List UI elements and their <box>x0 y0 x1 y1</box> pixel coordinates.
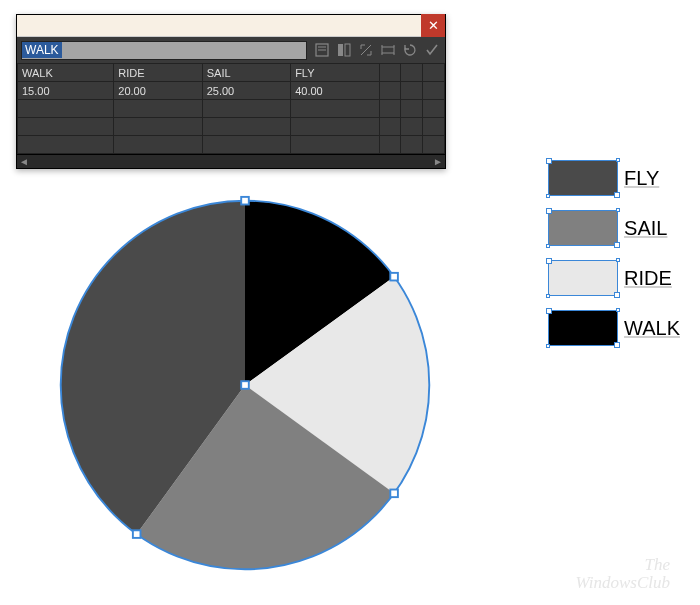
transpose-icon[interactable] <box>335 41 353 59</box>
close-icon[interactable]: ✕ <box>421 14 445 37</box>
legend-label: WALK <box>624 317 680 340</box>
grid-cell[interactable] <box>401 82 423 100</box>
scroll-left-icon[interactable]: ◄ <box>17 155 31 169</box>
legend-item-walk[interactable]: WALK <box>548 310 680 346</box>
swatch-sail <box>548 210 618 246</box>
swatch-walk <box>548 310 618 346</box>
pie-chart[interactable] <box>55 195 435 575</box>
grid-header[interactable] <box>401 64 423 82</box>
panel-titlebar[interactable]: ✕ <box>17 15 445 37</box>
grid-row: 15.00 20.00 25.00 40.00 <box>18 82 445 100</box>
grid-cell[interactable]: 20.00 <box>114 82 202 100</box>
legend-label: RIDE <box>624 267 672 290</box>
grid-header[interactable] <box>423 64 445 82</box>
grid-row <box>18 100 445 118</box>
entry-input[interactable]: WALK <box>21 41 307 60</box>
grid-cell[interactable]: 25.00 <box>202 82 290 100</box>
panel-toolbar: WALK <box>17 37 445 63</box>
grid-header[interactable]: WALK <box>18 64 114 82</box>
grid-header[interactable] <box>379 64 401 82</box>
grid-header[interactable]: SAIL <box>202 64 290 82</box>
grid-header-row: WALK RIDE SAIL FLY <box>18 64 445 82</box>
legend: FLY SAIL RIDE WALK <box>548 160 680 346</box>
legend-item-ride[interactable]: RIDE <box>548 260 680 296</box>
grid-cell[interactable] <box>423 82 445 100</box>
selection-handle[interactable] <box>241 381 249 389</box>
pie-svg <box>55 195 435 575</box>
selection-handle[interactable] <box>390 273 398 281</box>
grid-cell[interactable] <box>379 82 401 100</box>
graph-data-panel: ✕ WALK WALK RIDE SAIL FLY 15.00 20.00 25… <box>16 14 446 169</box>
horizontal-scrollbar[interactable]: ◄ ► <box>17 154 445 168</box>
revert-icon[interactable] <box>401 41 419 59</box>
watermark: The WindowsClub <box>576 556 670 593</box>
selection-handle[interactable] <box>390 490 398 498</box>
swatch-ride <box>548 260 618 296</box>
legend-item-sail[interactable]: SAIL <box>548 210 680 246</box>
scroll-right-icon[interactable]: ► <box>431 155 445 169</box>
grid-header[interactable]: RIDE <box>114 64 202 82</box>
grid-cell[interactable]: 40.00 <box>291 82 379 100</box>
entry-value: WALK <box>22 42 62 58</box>
swatch-fly <box>548 160 618 196</box>
grid-row <box>18 136 445 154</box>
legend-label: SAIL <box>624 217 667 240</box>
legend-item-fly[interactable]: FLY <box>548 160 680 196</box>
svg-rect-3 <box>382 47 394 53</box>
svg-rect-2 <box>345 44 350 56</box>
svg-rect-1 <box>338 44 343 56</box>
swap-xy-icon[interactable] <box>357 41 375 59</box>
grid-cell[interactable]: 15.00 <box>18 82 114 100</box>
grid-row <box>18 118 445 136</box>
selection-handle[interactable] <box>241 197 249 205</box>
grid-header[interactable]: FLY <box>291 64 379 82</box>
selection-handle[interactable] <box>133 530 141 538</box>
data-grid[interactable]: WALK RIDE SAIL FLY 15.00 20.00 25.00 40.… <box>17 63 445 154</box>
cell-style-icon[interactable] <box>379 41 397 59</box>
legend-label: FLY <box>624 167 659 190</box>
toolbar-icons <box>313 41 441 59</box>
apply-icon[interactable] <box>423 41 441 59</box>
import-data-icon[interactable] <box>313 41 331 59</box>
